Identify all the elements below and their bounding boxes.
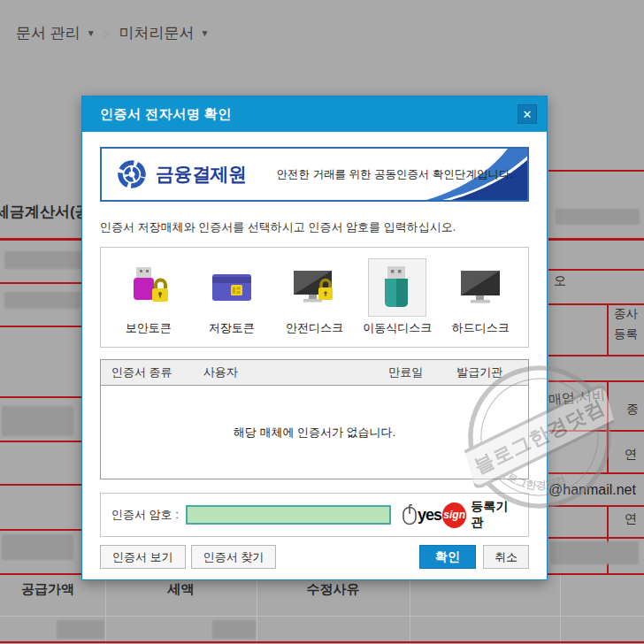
red-line [548,269,644,271]
col-header-tax-amount: 세액 [105,581,257,598]
col-user: 사용자 [193,364,379,380]
empty-message: 해당 매체에 인증서가 없습니다. [234,425,395,441]
row-divider [0,616,644,617]
red-line [548,355,644,356]
dialog-titlebar: 인증서 전자서명 확인 ✕ [82,96,547,132]
media-item-removable-disk[interactable]: 이동식디스크 [358,258,436,336]
column-divider [410,575,410,644]
monitor-lock-icon [291,264,337,310]
password-input[interactable] [186,505,391,525]
close-button[interactable]: ✕ [518,104,537,124]
cell-text: 오 [554,273,566,289]
red-line [548,238,644,241]
red-line [548,430,644,432]
cert-table: 인증서 종류 사용자 만료일 발급기관 해당 매체에 인증서가 없습니다. [100,359,529,479]
breadcrumb-label: 미처리문서 [119,23,194,43]
find-cert-button[interactable]: 인증서 찾기 [191,545,277,569]
breadcrumb-item-unprocessed-docs[interactable]: 미처리문서 ▼ [119,23,209,43]
caret-down-icon: ▼ [87,28,96,38]
card-chip-icon [209,264,255,310]
ok-button[interactable]: 확인 [419,545,476,569]
red-line-vertical [607,380,609,474]
monitor-icon [457,264,503,310]
yessign-yes-text: yes [418,506,441,525]
breadcrumb: 문서 관리 ▼ > 미처리문서 ▼ [16,23,209,43]
cell-text: 종사 [614,306,638,322]
red-line [548,472,644,474]
red-line [0,282,81,284]
media-item-storage-token[interactable]: 저장토큰 [193,258,271,336]
email-text: @hanmail.net [548,482,636,498]
icon-box [451,258,510,317]
redacted-block [2,406,73,436]
red-line [548,505,644,507]
registrar-label: 등록기관 [471,499,518,531]
media-selector: 보안토큰 저장토큰 [100,247,529,348]
red-line [548,380,644,382]
media-item-security-token[interactable]: 보안토큰 [110,258,188,336]
view-cert-button[interactable]: 인증서 보기 [100,545,186,569]
red-line-vertical [607,303,609,356]
kftc-brand-text: 금융결제원 [156,162,247,187]
red-line [548,170,644,172]
col-header-revision-reason: 수정사유 [257,581,410,598]
media-item-hard-disk[interactable]: 하드디스크 [441,258,519,336]
media-item-label: 하드디스크 [452,320,510,336]
dialog-buttons: 인증서 보기 인증서 찾기 확인 취소 [100,545,529,569]
cell-text: 종 [626,402,639,418]
virtual-keyboard-button[interactable] [402,504,418,525]
caret-down-icon: ▼ [200,28,209,38]
icon-box [119,258,178,317]
icon-box [285,258,343,317]
password-row: 인증서 암호 : yes sign 등록기관 [100,493,529,537]
red-line [0,326,81,327]
media-item-secure-disk[interactable]: 안전디스크 [275,258,353,336]
media-item-label: 안전디스크 [286,320,343,336]
red-line [0,396,81,398]
yessign-circle: sign [442,502,466,528]
kftc-logo-icon [116,158,148,190]
breadcrumb-separator-icon: > [104,26,111,41]
red-line [548,537,644,539]
kftc-banner: 금융결제원 안전한 거래를 위한 공동인증서 확인단계입니다. [100,147,529,202]
col-cert-type: 인증서 종류 [101,364,193,380]
cert-table-body[interactable]: 해당 매체에 인증서가 없습니다. [101,386,528,479]
redacted-block [4,292,80,309]
redacted-block [57,620,104,639]
cert-table-header: 인증서 종류 사용자 만료일 발급기관 [101,360,528,386]
red-line [0,641,644,643]
breadcrumb-label: 문서 관리 [16,23,80,43]
column-divider [560,575,561,644]
col-expiry: 만료일 [378,364,446,380]
icon-box-selected [368,258,426,317]
red-line [0,484,81,486]
close-icon: ✕ [523,108,533,121]
red-line [548,303,644,305]
instruction-text: 인증서 저장매체와 인증서를 선택하시고 인증서 암호를 입력하십시오. [100,219,529,235]
icon-box [203,258,261,317]
breadcrumb-item-doc-management[interactable]: 문서 관리 ▼ [16,23,96,43]
dialog-title: 인증서 전자서명 확인 [100,106,232,123]
redacted-block [212,620,256,639]
redacted-block [4,251,82,269]
media-item-label: 저장토큰 [209,320,255,336]
cell-text: 연 [625,447,637,463]
certificate-dialog: 인증서 전자서명 확인 ✕ 금융결제원 안전한 거래를 위한 공동인증서 확인단… [81,96,548,580]
redacted-block [556,209,640,225]
cell-text: 연 [625,511,637,527]
usb-drive-icon [374,264,420,310]
redacted-block [2,534,73,560]
col-issuer: 발급기관 [446,364,528,380]
password-label: 인증서 암호 : [111,507,179,523]
media-item-label: 보안토큰 [126,320,172,336]
screen: 문서 관리 ▼ > 미처리문서 ▼ 세금계산서(공급 [0,0,644,644]
redacted-block [550,541,639,564]
col-header-supply-amount: 공급가액 [21,581,74,598]
cell-text: 등록 [614,326,638,342]
red-line [0,441,81,442]
cancel-button[interactable]: 취소 [483,545,529,569]
usb-lock-icon [126,264,172,310]
cell-text: 매업,서비 [548,387,606,409]
red-line [0,529,81,531]
mouse-icon [402,504,418,525]
